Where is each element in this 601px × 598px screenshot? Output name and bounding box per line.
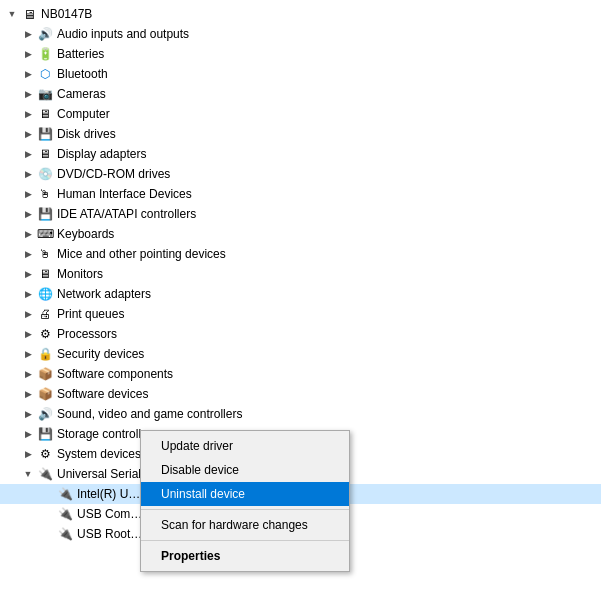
sw-devices-icon: 📦 <box>36 386 54 402</box>
hid-icon: 🖱 <box>36 186 54 202</box>
security-icon: 🔒 <box>36 346 54 362</box>
cameras-icon: 📷 <box>36 86 54 102</box>
context-menu-scan-hardware[interactable]: Scan for hardware changes <box>141 513 349 537</box>
root-label: NB0147B <box>41 7 92 21</box>
list-item[interactable]: ▶ ⌨ Keyboards <box>0 224 601 244</box>
item-label: Human Interface Devices <box>57 187 192 201</box>
batteries-icon: 🔋 <box>36 46 54 62</box>
arrow-icon: ▶ <box>20 326 36 342</box>
arrow-icon: ▶ <box>20 86 36 102</box>
item-label: Security devices <box>57 347 144 361</box>
root-icon: 🖥 <box>20 6 38 22</box>
arrow-icon: ▶ <box>20 346 36 362</box>
monitors-icon: 🖥 <box>36 266 54 282</box>
context-menu-separator-2 <box>141 540 349 541</box>
arrow-icon: ▶ <box>20 246 36 262</box>
dvd-icon: 💿 <box>36 166 54 182</box>
disk-icon: 💾 <box>36 126 54 142</box>
arrow-icon: ▶ <box>20 66 36 82</box>
arrow-icon: ▶ <box>20 106 36 122</box>
list-item[interactable]: ▶ 💾 IDE ATA/ATAPI controllers <box>0 204 601 224</box>
context-menu-properties[interactable]: Properties <box>141 544 349 568</box>
list-item[interactable]: ▶ ⬡ Bluetooth <box>0 64 601 84</box>
processors-icon: ⚙ <box>36 326 54 342</box>
network-icon: 🌐 <box>36 286 54 302</box>
mice-icon: 🖱 <box>36 246 54 262</box>
arrow-icon: ▶ <box>20 266 36 282</box>
item-label: Sound, video and game controllers <box>57 407 242 421</box>
arrow-icon: ▶ <box>20 126 36 142</box>
arrow-icon: ▶ <box>20 286 36 302</box>
list-item[interactable]: ▶ 💿 DVD/CD-ROM drives <box>0 164 601 184</box>
list-item[interactable]: ▶ 📷 Cameras <box>0 84 601 104</box>
print-icon: 🖨 <box>36 306 54 322</box>
item-label: Mice and other pointing devices <box>57 247 226 261</box>
arrow-icon: ▶ <box>20 366 36 382</box>
item-label: Print queues <box>57 307 124 321</box>
item-label: Software devices <box>57 387 148 401</box>
item-label: Disk drives <box>57 127 116 141</box>
root-node[interactable]: ▼ 🖥 NB0147B <box>0 4 601 24</box>
arrow-icon: ▶ <box>20 386 36 402</box>
display-icon: 🖥 <box>36 146 54 162</box>
arrow-icon: ▶ <box>20 406 36 422</box>
item-label: Batteries <box>57 47 104 61</box>
arrow-icon: ▶ <box>20 306 36 322</box>
item-label: Software components <box>57 367 173 381</box>
arrow-icon: ▶ <box>20 186 36 202</box>
item-label: Intel(R) U… <box>77 487 140 501</box>
item-label: USB Com… <box>77 507 142 521</box>
arrow-icon: ▶ <box>20 446 36 462</box>
computer-icon: 🖥 <box>36 106 54 122</box>
item-label: Network adapters <box>57 287 151 301</box>
arrow-expanded-icon: ▼ <box>20 466 36 482</box>
item-label: Display adapters <box>57 147 146 161</box>
item-label: Audio inputs and outputs <box>57 27 189 41</box>
usb-root-icon: 🔌 <box>56 526 74 542</box>
list-item[interactable]: ▶ 🔒 Security devices <box>0 344 601 364</box>
list-item[interactable]: ▶ 🖥 Display adapters <box>0 144 601 164</box>
list-item[interactable]: ▶ 💾 Disk drives <box>0 124 601 144</box>
root-arrow: ▼ <box>4 6 20 22</box>
system-icon: ⚙ <box>36 446 54 462</box>
storage-icon: 💾 <box>36 426 54 442</box>
device-manager-tree: ▼ 🖥 NB0147B ▶ 🔊 Audio inputs and outputs… <box>0 0 601 598</box>
arrow-icon: ▶ <box>20 226 36 242</box>
item-label: DVD/CD-ROM drives <box>57 167 170 181</box>
sw-components-icon: 📦 <box>36 366 54 382</box>
list-item[interactable]: ▶ ⚙ Processors <box>0 324 601 344</box>
context-menu-separator-1 <box>141 509 349 510</box>
list-item[interactable]: ▶ 🖥 Monitors <box>0 264 601 284</box>
item-label: Keyboards <box>57 227 114 241</box>
arrow-icon: ▶ <box>20 26 36 42</box>
item-label: Computer <box>57 107 110 121</box>
context-menu-disable-device[interactable]: Disable device <box>141 458 349 482</box>
list-item[interactable]: ▶ 🖱 Mice and other pointing devices <box>0 244 601 264</box>
list-item[interactable]: ▶ 📦 Software devices <box>0 384 601 404</box>
keyboard-icon: ⌨ <box>36 226 54 242</box>
audio-icon: 🔊 <box>36 26 54 42</box>
list-item[interactable]: ▶ 📦 Software components <box>0 364 601 384</box>
arrow-icon: ▶ <box>20 166 36 182</box>
item-label: Processors <box>57 327 117 341</box>
arrow-icon: ▶ <box>20 46 36 62</box>
item-label: IDE ATA/ATAPI controllers <box>57 207 196 221</box>
usb-com-icon: 🔌 <box>56 506 74 522</box>
arrow-icon: ▶ <box>20 146 36 162</box>
list-item[interactable]: ▶ 🌐 Network adapters <box>0 284 601 304</box>
list-item[interactable]: ▶ 🖥 Computer <box>0 104 601 124</box>
arrow-icon: ▶ <box>20 206 36 222</box>
list-item[interactable]: ▶ 🖨 Print queues <box>0 304 601 324</box>
item-label: System devices <box>57 447 141 461</box>
context-menu-uninstall-device[interactable]: Uninstall device <box>141 482 349 506</box>
item-label: Bluetooth <box>57 67 108 81</box>
context-menu-update-driver[interactable]: Update driver <box>141 434 349 458</box>
list-item[interactable]: ▶ 🔊 Sound, video and game controllers <box>0 404 601 424</box>
list-item[interactable]: ▶ 🖱 Human Interface Devices <box>0 184 601 204</box>
list-item[interactable]: ▶ 🔋 Batteries <box>0 44 601 64</box>
usb-controllers-icon: 🔌 <box>36 466 54 482</box>
usb-device-icon: 🔌 <box>56 486 74 502</box>
ide-icon: 💾 <box>36 206 54 222</box>
list-item[interactable]: ▶ 🔊 Audio inputs and outputs <box>0 24 601 44</box>
bluetooth-icon: ⬡ <box>36 66 54 82</box>
